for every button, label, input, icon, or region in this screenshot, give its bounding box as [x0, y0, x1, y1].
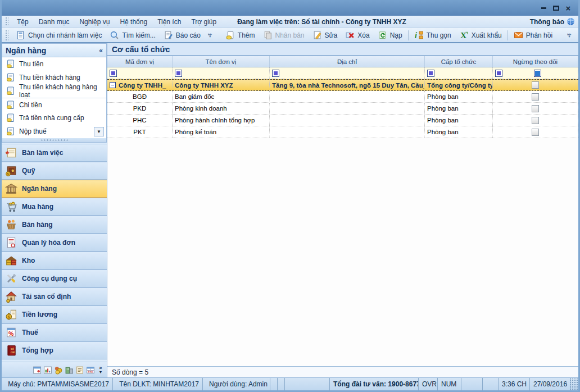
sidebar-task-item-2[interactable]: Thu tiền khách hàng hàng loạt	[2, 84, 106, 98]
toolbar-button-0[interactable]: Chọn chi nhánh làm việc	[12, 29, 106, 41]
status-ovr: OVR	[419, 378, 438, 390]
cell-code: PKD	[133, 105, 147, 112]
table-row-2[interactable]: PKDPhòng kinh doanhPhòng ban	[107, 103, 578, 115]
nav-item-9[interactable]: $Tiền lương	[2, 306, 107, 323]
sidebar: Ngân hàng « Thu tiềnThu tiền khách hàngT…	[2, 43, 107, 377]
menu-item-4[interactable]: Tiện ích	[152, 17, 186, 27]
row-checkbox[interactable]	[532, 93, 539, 101]
resize-grip[interactable]	[570, 378, 578, 390]
column-header-1[interactable]: Tên đơn vị	[173, 56, 270, 67]
toolbar-button-6[interactable]: XXuất khẩu	[455, 29, 506, 41]
notification-label[interactable]: Thông báo	[530, 18, 564, 26]
status-bar: Máy chủ: PMTAM\MISASME2017 Tên DLKT: MIN…	[2, 377, 578, 390]
toolbar-button-7[interactable]: Phản hồi	[510, 29, 556, 41]
nav-item-label: Mua hàng	[22, 203, 53, 211]
nav-item-8[interactable]: Tài sản cố định	[2, 288, 107, 306]
mini-coins-icon[interactable]	[54, 366, 63, 375]
toolbar-button-2[interactable]: Báo cáo	[160, 29, 205, 41]
menu-grip[interactable]	[5, 17, 8, 26]
row-checkbox[interactable]	[532, 129, 539, 136]
cell-level: Tổng công ty/Công ty	[427, 82, 493, 89]
toolbar-overflow-right-icon[interactable]: ▸▸▾	[566, 33, 573, 38]
row-checkbox[interactable]	[532, 117, 539, 124]
nav-item-2[interactable]: Ngân hàng	[2, 180, 107, 198]
globe-icon[interactable]	[567, 17, 575, 26]
menu-item-5[interactable]: Trợ giúp	[186, 17, 221, 27]
mini-note-icon[interactable]	[75, 366, 84, 375]
menu-item-0[interactable]: Tệp	[12, 17, 34, 27]
toolbar-button-label: Xóa	[357, 31, 369, 39]
mini-calendar-icon[interactable]	[33, 366, 42, 375]
doc-icon	[6, 113, 15, 122]
toolbar-button-5[interactable]: iThu gọn	[410, 29, 455, 41]
table-row-3[interactable]: PHCPhòng hành chính tổng hợpPhòng ban	[107, 115, 578, 126]
maximize-button[interactable]	[550, 3, 562, 12]
collapse-panel-button[interactable]: «	[99, 47, 103, 54]
toolbar-button-1[interactable]: Tìm kiếm...	[106, 29, 159, 41]
filter-icon[interactable]	[110, 70, 117, 77]
salary-icon: $	[5, 308, 17, 321]
sidebar-task-item-4[interactable]: Trả tiền nhà cung cấp	[2, 111, 106, 125]
search-icon	[110, 30, 119, 40]
nav-item-3[interactable]: Mua hàng	[2, 198, 107, 216]
toolbar-button-0[interactable]: Thêm	[221, 29, 259, 41]
menu-item-3[interactable]: Hệ thống	[115, 17, 152, 27]
panel-splitter[interactable]	[2, 138, 107, 143]
close-button[interactable]: ×	[562, 3, 574, 12]
hotline-label: Tổng đài tư vấn: 1900-8677	[333, 380, 419, 388]
sidebar-task-item-3[interactable]: Chi tiền	[2, 98, 106, 111]
toolbar-grip[interactable]	[5, 30, 8, 41]
doc-icon	[6, 73, 15, 82]
table-row-1[interactable]: BGĐBan giám đốcPhòng ban	[107, 91, 578, 103]
nav-item-4[interactable]: Bán hàng	[2, 216, 107, 234]
title-bar[interactable]: ×	[0, 0, 580, 16]
mini-building-icon[interactable]	[65, 366, 74, 375]
task-item-label: Nộp thuế	[19, 127, 47, 135]
cell-level: Phòng ban	[427, 129, 459, 135]
toolbar-overflow-icon[interactable]: ▸▸▾	[207, 33, 214, 38]
table-row-4[interactable]: PKTPhòng kế toánPhòng ban	[107, 126, 578, 138]
cell-code: PKT	[133, 129, 146, 135]
filter-icon[interactable]	[495, 70, 502, 77]
nav-item-5[interactable]: Quản lý hóa đơn	[2, 234, 107, 252]
column-header-3[interactable]: Cấp tổ chức	[425, 56, 493, 67]
table-row-0[interactable]: Công ty TNHH_Công ty TNHH XYZTầng 9, tòa…	[107, 79, 578, 91]
column-header-2[interactable]: Địa chỉ	[270, 56, 425, 67]
row-checkbox[interactable]	[532, 81, 539, 89]
invoice-icon	[5, 236, 17, 249]
panel-scroll-down-button[interactable]: ▼	[94, 127, 104, 136]
nav-item-label: Ngân hàng	[22, 185, 57, 193]
row-checkbox[interactable]	[532, 105, 539, 112]
nav-item-7[interactable]: Công cụ dụng cụ	[2, 270, 107, 288]
sidebar-task-item-0[interactable]: Thu tiền	[2, 57, 106, 71]
sidebar-task-item-1[interactable]: Thu tiền khách hàng	[2, 71, 106, 84]
sidebar-task-item-5[interactable]: Nộp thuế▼	[2, 125, 106, 138]
cell-code: PHC	[133, 117, 146, 124]
nav-item-6[interactable]: Kho	[2, 252, 107, 270]
filter-icon[interactable]	[272, 70, 279, 77]
nav-item-11[interactable]: sốcáiTổng hợp	[2, 341, 107, 359]
mini-report-icon[interactable]	[43, 366, 52, 375]
menu-item-2[interactable]: Nghiệp vụ	[74, 17, 115, 27]
quick-strip-overflow-icon[interactable]: »▼	[97, 366, 105, 374]
nav-item-1[interactable]: $Quỹ	[2, 162, 107, 180]
toolbar-separator	[408, 30, 409, 40]
collapse-expander-icon[interactable]	[110, 82, 116, 88]
minimize-button[interactable]	[537, 3, 550, 12]
svg-text:X: X	[460, 31, 466, 40]
nav-item-10[interactable]: %Thuế	[2, 323, 107, 341]
menu-item-1[interactable]: Danh mục	[34, 17, 75, 27]
mini-table-icon[interactable]: 8=8	[86, 366, 95, 375]
column-header-0[interactable]: Mã đơn vị	[107, 56, 173, 67]
toolbar-button-4[interactable]: Nạp	[374, 29, 406, 41]
svg-text:%: %	[8, 331, 13, 337]
nav-item-label: Bàn làm việc	[22, 149, 63, 157]
toolbar-button-2[interactable]: Sửa	[309, 29, 342, 41]
toolbar-button-3[interactable]: Xóa	[341, 29, 373, 41]
nav-item-0[interactable]: *Bàn làm việc	[2, 144, 107, 162]
desk-icon: *	[5, 147, 17, 159]
filter-checkbox[interactable]	[534, 70, 541, 77]
column-header-4[interactable]: Ngừng theo dõi	[493, 56, 578, 67]
filter-icon[interactable]	[427, 70, 434, 77]
filter-icon[interactable]	[175, 70, 182, 77]
